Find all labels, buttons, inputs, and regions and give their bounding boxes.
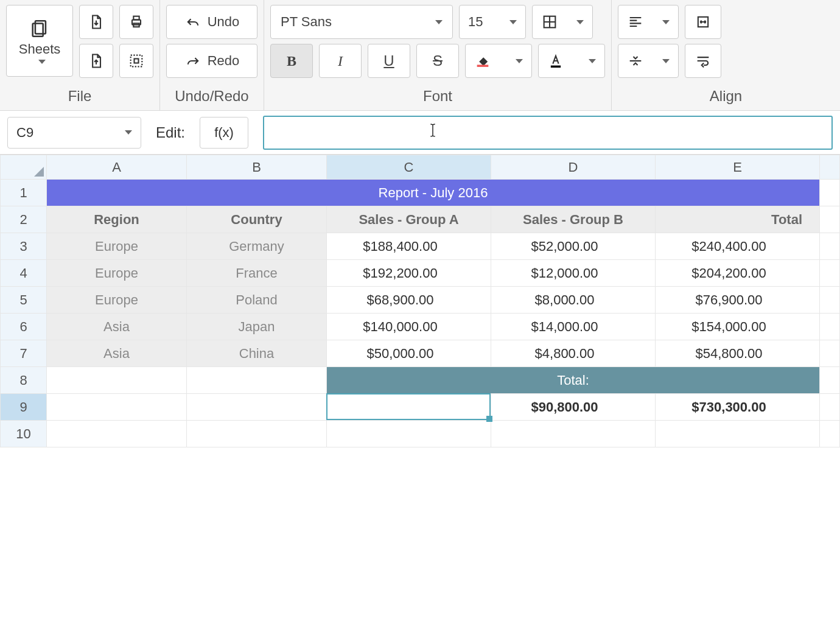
cell[interactable]: $8,000.00 [491, 287, 656, 314]
align-group-label: Align [618, 88, 834, 105]
chevron-down-icon [435, 20, 443, 24]
cell[interactable]: Poland [187, 287, 327, 314]
cell[interactable] [656, 421, 820, 447]
cell[interactable]: $240,400.00 [656, 233, 820, 260]
redo-button[interactable]: Redo [166, 44, 257, 78]
cell[interactable]: China [187, 340, 327, 367]
row-header-6[interactable]: 6 [1, 314, 47, 340]
row-header-5[interactable]: 5 [1, 287, 47, 314]
cell[interactable]: $54,800.00 [656, 340, 820, 367]
cell[interactable] [47, 421, 187, 447]
wrap-text-button[interactable] [685, 44, 721, 78]
select-all-button[interactable] [119, 44, 153, 78]
cell[interactable]: $730,300.00 [656, 394, 820, 421]
cell[interactable]: $90,800.00 [491, 394, 656, 421]
row-header-10[interactable]: 10 [1, 421, 47, 447]
bold-button[interactable]: B [270, 44, 313, 78]
cell[interactable]: Europe [47, 260, 187, 287]
undo-button[interactable]: Undo [166, 5, 257, 39]
sheets-button[interactable]: Sheets [6, 5, 73, 77]
cell[interactable]: $192,200.00 [327, 260, 491, 287]
valign-button[interactable] [618, 44, 679, 78]
header-total[interactable]: Total [656, 206, 820, 233]
report-title[interactable]: Report - July 2016 [47, 180, 820, 206]
row-header-3[interactable]: 3 [1, 233, 47, 260]
row-header-7[interactable]: 7 [1, 340, 47, 367]
cell[interactable]: $154,000.00 [656, 314, 820, 340]
italic-button[interactable]: I [319, 44, 362, 78]
cell[interactable]: $204,200.00 [656, 260, 820, 287]
svg-rect-5 [131, 55, 142, 67]
cell[interactable]: Asia [47, 340, 187, 367]
row-header-4[interactable]: 4 [1, 260, 47, 287]
cell-reference-select[interactable]: C9 [7, 117, 141, 149]
svg-rect-6 [135, 59, 139, 63]
row-header-8[interactable]: 8 [1, 367, 47, 394]
cell[interactable]: Europe [47, 287, 187, 314]
chevron-down-icon [125, 130, 132, 135]
cell[interactable] [491, 421, 656, 447]
font-color-button[interactable] [538, 44, 605, 78]
col-header-C[interactable]: C [327, 155, 491, 180]
underline-button[interactable]: U [368, 44, 410, 78]
wrap-icon [695, 52, 712, 69]
grid-table[interactable]: A B C D E 1 Report - July 2016 2 Region … [0, 155, 840, 447]
select-all-corner[interactable] [1, 155, 47, 180]
fill-color-button[interactable] [465, 44, 532, 78]
cell[interactable]: $12,000.00 [491, 260, 656, 287]
cell[interactable]: $140,000.00 [327, 314, 491, 340]
total-label[interactable]: Total: [327, 367, 820, 394]
row-header-2[interactable]: 2 [1, 206, 47, 233]
borders-button[interactable] [532, 5, 593, 39]
font-size-select[interactable]: 15 [459, 5, 526, 39]
cell[interactable]: France [187, 260, 327, 287]
cell[interactable]: $14,000.00 [491, 314, 656, 340]
cell[interactable]: Asia [47, 314, 187, 340]
autofit-icon [695, 13, 712, 30]
sheets-icon [29, 18, 50, 39]
autofit-button[interactable] [685, 5, 721, 39]
font-family-select[interactable]: PT Sans [270, 5, 453, 39]
header-country[interactable]: Country [187, 206, 327, 233]
cell[interactable]: $50,000.00 [327, 340, 491, 367]
cell[interactable] [187, 421, 327, 447]
undo-label: Undo [208, 14, 240, 30]
cell[interactable] [47, 394, 187, 421]
col-header-D[interactable]: D [491, 155, 656, 180]
import-spreadsheet-button[interactable] [79, 44, 113, 78]
cell[interactable]: $52,000.00 [491, 233, 656, 260]
svg-rect-3 [133, 16, 139, 20]
col-header-blank[interactable] [820, 155, 840, 180]
cell[interactable] [187, 367, 327, 394]
col-header-A[interactable]: A [47, 155, 187, 180]
header-sales-b[interactable]: Sales - Group B [491, 206, 656, 233]
cell[interactable] [47, 367, 187, 394]
formula-bar: C9 Edit: f(x) [0, 111, 840, 155]
cell[interactable]: $68,900.00 [327, 287, 491, 314]
cell[interactable]: Germany [187, 233, 327, 260]
col-header-B[interactable]: B [187, 155, 327, 180]
cell[interactable]: $188,400.00 [327, 233, 491, 260]
header-sales-a[interactable]: Sales - Group A [327, 206, 491, 233]
toolbar: Sheets [0, 0, 840, 111]
row-header-9[interactable]: 9 [1, 394, 47, 421]
halign-button[interactable] [618, 5, 679, 39]
bold-icon: B [287, 53, 296, 69]
formula-input[interactable] [263, 116, 833, 150]
cell[interactable]: Japan [187, 314, 327, 340]
corner-triangle-icon [34, 167, 44, 177]
cell[interactable] [327, 421, 491, 447]
selected-cell-C9[interactable] [327, 394, 491, 421]
strikethrough-button[interactable]: S [416, 44, 459, 78]
row-header-1[interactable]: 1 [1, 180, 47, 206]
cell[interactable]: $76,900.00 [656, 287, 820, 314]
insert-function-button[interactable]: f(x) [200, 117, 248, 149]
col-header-E[interactable]: E [656, 155, 820, 180]
cell[interactable]: Europe [47, 233, 187, 260]
print-button[interactable] [119, 5, 153, 39]
export-spreadsheet-button[interactable] [79, 5, 113, 39]
strikethrough-icon: S [433, 52, 443, 69]
header-region[interactable]: Region [47, 206, 187, 233]
cell[interactable]: $4,800.00 [491, 340, 656, 367]
cell[interactable] [187, 394, 327, 421]
